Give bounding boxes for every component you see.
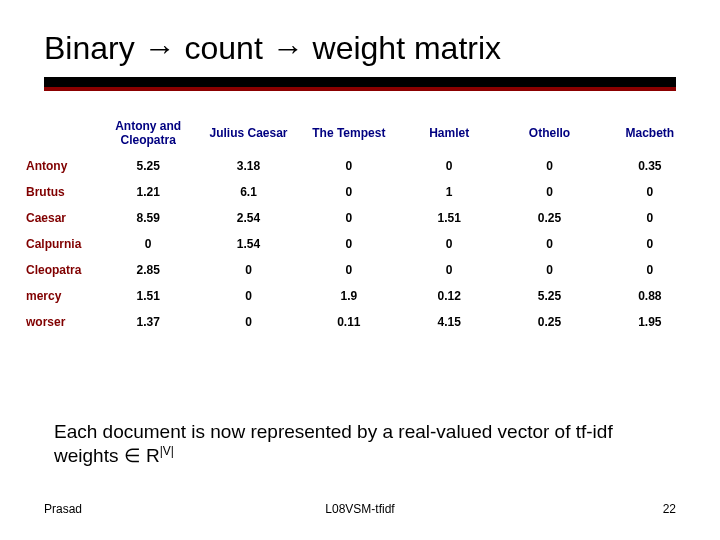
cell: 0 [299,153,399,179]
slide-footer: Prasad L08VSM-tfidf 22 [0,502,720,522]
table-header-row: Antony and Cleopatra Julius Caesar The T… [20,113,700,153]
table-row: worser 1.37 0 0.11 4.15 0.25 1.95 [20,309,700,335]
cell: 0.25 [499,309,599,335]
cell: 0 [299,231,399,257]
caption: Each document is now represented by a re… [54,420,680,468]
cell: 0 [299,205,399,231]
weight-matrix: Antony and Cleopatra Julius Caesar The T… [20,113,700,335]
cell: 5.25 [499,283,599,309]
column-header: Othello [499,113,599,153]
slide: Binary → count → weight matrix Antony an… [0,0,720,540]
table-corner [20,113,98,153]
cell: 8.59 [98,205,198,231]
table-row: Calpurnia 0 1.54 0 0 0 0 [20,231,700,257]
column-header: Julius Caesar [198,113,298,153]
cell: 0 [198,309,298,335]
cell: 1.21 [98,179,198,205]
row-header: mercy [20,283,98,309]
cell: 0 [600,205,700,231]
cell: 1.54 [198,231,298,257]
cell: 1.51 [399,205,499,231]
cell: 0.11 [299,309,399,335]
footer-page: 22 [663,502,676,516]
cell: 6.1 [198,179,298,205]
cell: 0 [399,153,499,179]
row-header: Cleopatra [20,257,98,283]
cell: 0 [499,231,599,257]
cell: 1.95 [600,309,700,335]
cell: 2.54 [198,205,298,231]
cell: 0 [198,257,298,283]
cell: 1 [399,179,499,205]
cell: 0 [198,283,298,309]
cell: 0 [499,179,599,205]
cell: 0.25 [499,205,599,231]
table-row: Caesar 8.59 2.54 0 1.51 0.25 0 [20,205,700,231]
cell: 0 [98,231,198,257]
cell: 2.85 [98,257,198,283]
footer-title: L08VSM-tfidf [0,502,720,516]
cell: 3.18 [198,153,298,179]
cell: 0 [499,153,599,179]
page-title: Binary → count → weight matrix [0,0,720,73]
row-header: Calpurnia [20,231,98,257]
cell: 0 [399,257,499,283]
table-row: Antony 5.25 3.18 0 0 0 0.35 [20,153,700,179]
cell: 0.88 [600,283,700,309]
column-header: Hamlet [399,113,499,153]
cell: 0 [600,257,700,283]
caption-sup: |V| [160,444,174,458]
row-header: worser [20,309,98,335]
cell: 0 [499,257,599,283]
cell: 0 [600,179,700,205]
cell: 5.25 [98,153,198,179]
cell: 1.37 [98,309,198,335]
caption-text: Each document is now represented by a re… [54,421,613,466]
cell: 1.51 [98,283,198,309]
cell: 0.12 [399,283,499,309]
table-row: Cleopatra 2.85 0 0 0 0 0 [20,257,700,283]
title-rule-dark [44,77,676,87]
weight-matrix-table: Antony and Cleopatra Julius Caesar The T… [20,113,700,335]
cell: 0.35 [600,153,700,179]
cell: 0 [399,231,499,257]
row-header: Antony [20,153,98,179]
cell: 0 [600,231,700,257]
row-header: Caesar [20,205,98,231]
column-header: The Tempest [299,113,399,153]
cell: 1.9 [299,283,399,309]
column-header: Antony and Cleopatra [98,113,198,153]
row-header: Brutus [20,179,98,205]
cell: 0 [299,179,399,205]
table-row: mercy 1.51 0 1.9 0.12 5.25 0.88 [20,283,700,309]
column-header: Macbeth [600,113,700,153]
title-rule-red [44,87,676,91]
cell: 4.15 [399,309,499,335]
table-row: Brutus 1.21 6.1 0 1 0 0 [20,179,700,205]
cell: 0 [299,257,399,283]
